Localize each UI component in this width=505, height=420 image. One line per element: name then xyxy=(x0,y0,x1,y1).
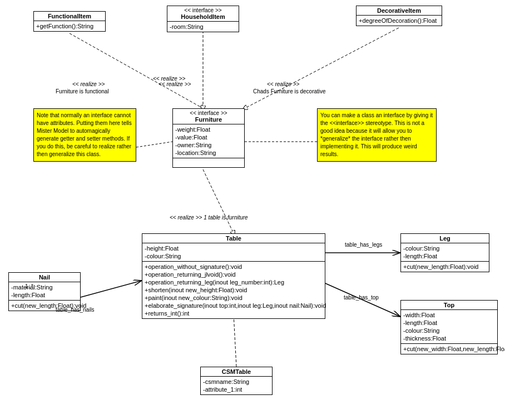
furniture-box: << interface >> Furniture -weight:Float … xyxy=(172,108,245,168)
svg-text:Furniture is functional: Furniture is functional xyxy=(56,88,109,94)
top-attr-1: -width:Float xyxy=(403,311,495,319)
table-header: Table xyxy=(142,234,325,243)
table-attr-1: -height:Float xyxy=(145,244,323,252)
top-box: Top -width:Float -length:Float -colour:S… xyxy=(400,300,498,354)
note-2: You can make a class an interface by giv… xyxy=(317,108,437,162)
furniture-attr-4: -location:String xyxy=(175,149,242,157)
furniture-attr-3: -owner:String xyxy=(175,141,242,149)
furniture-attr-1: -weight:Float xyxy=(175,126,242,133)
svg-line-11 xyxy=(234,314,236,367)
functional-item-header: FunctionalItem xyxy=(34,12,105,21)
csm-table-attr-2: -attribute_1:int xyxy=(203,386,270,393)
furniture-attr-2: -value:Float xyxy=(175,133,242,141)
table-method-6: +elaborate_signature(inout top:int,inout… xyxy=(145,302,323,309)
functional-item-label: FunctionalItem xyxy=(48,13,91,19)
decorative-item-header: DecorativeItem xyxy=(357,6,442,16)
nail-attrs: -material:String -length:Float xyxy=(9,282,80,301)
top-attrs: -width:Float -length:Float -colour:Strin… xyxy=(401,310,497,344)
svg-line-10 xyxy=(81,281,142,297)
decorative-item-box: DecorativeItem +degreeOfDecoration():Flo… xyxy=(356,6,442,26)
table-attr-2: -colour:String xyxy=(145,252,323,260)
table-method-2: +operation_returning_jlvoid():void xyxy=(145,271,323,278)
furniture-attrs: -weight:Float -value:Float -owner:String… xyxy=(173,124,244,158)
csm-table-header: CSMTable xyxy=(201,367,272,377)
svg-line-2 xyxy=(70,33,203,108)
leg-attrs: -colour:String -length:Float xyxy=(401,243,489,262)
svg-text:<< realize >>: << realize >> xyxy=(159,81,191,87)
table-method-4: +shorten(inout new_height:Float):void xyxy=(145,286,323,294)
furniture-stereotype: << interface >> xyxy=(175,110,242,116)
leg-methods: +cut(new_length:Float):void xyxy=(401,262,489,272)
nail-attr-1: -material:String xyxy=(11,283,78,291)
household-item-attrs: -room:String xyxy=(167,22,239,32)
household-item-header: << interface >> HouseholdItem xyxy=(167,6,239,22)
table-attrs: -height:Float -colour:String xyxy=(142,243,325,262)
svg-text:<< realize >> 1 table is furni: << realize >> 1 table is furniture xyxy=(170,214,248,221)
nail-box: Nail -material:String -length:Float +cut… xyxy=(8,272,81,311)
table-method-1: +operation_without_signature():void xyxy=(145,263,323,271)
functional-item-box: FunctionalItem +getFunction():String xyxy=(33,11,106,32)
table-label: Table xyxy=(226,235,241,242)
top-attr-4: -thickness:Float xyxy=(403,334,495,342)
csm-table-attrs: -csmname:String -attribute_1:int xyxy=(201,377,272,394)
leg-label: Leg xyxy=(439,235,450,242)
svg-text:Chads Furniture is decorative: Chads Furniture is decorative xyxy=(253,88,326,94)
note-2-text: You can make a class an interface by giv… xyxy=(320,112,433,157)
table-methods: +operation_without_signature():void +ope… xyxy=(142,262,325,318)
svg-text:<< realize >>: << realize >> xyxy=(72,81,105,87)
functional-item-method-1: +getFunction():String xyxy=(36,22,103,30)
household-item-label: HouseholdItem xyxy=(181,13,225,20)
table-box: Table -height:Float -colour:String +oper… xyxy=(142,233,325,319)
leg-method-1: +cut(new_length:Float):void xyxy=(403,263,487,271)
table-has-top-label: table_has_top xyxy=(344,294,379,301)
leg-box: Leg -colour:String -length:Float +cut(ne… xyxy=(400,233,489,272)
household-item-attr-1: -room:String xyxy=(170,23,236,31)
csm-table-attr-1: -csmname:String xyxy=(203,378,270,386)
svg-line-4 xyxy=(245,28,399,108)
table-has-legs-label: table_has_legs xyxy=(345,242,382,248)
household-item-stereotype: << interface >> xyxy=(170,7,236,13)
svg-text:<< realize >>: << realize >> xyxy=(267,81,300,87)
note-1-text: Note that normally an interface cannot h… xyxy=(37,112,132,157)
leg-attr-1: -colour:String xyxy=(403,244,487,252)
household-item-box: << interface >> HouseholdItem -room:Stri… xyxy=(167,6,239,32)
decorative-item-method-1: +degreeOfDecoration():Float xyxy=(359,17,439,24)
furniture-label: Furniture xyxy=(195,116,222,123)
table-method-5: +paint(inout new_colour:String):void xyxy=(145,294,323,302)
top-method-1: +cut(new_width:Float,new_length:Float):v… xyxy=(403,345,495,353)
top-attr-3: -colour:String xyxy=(403,327,495,334)
decorative-item-label: DecorativeItem xyxy=(377,7,421,14)
table-has-nails-label: table_has_nails xyxy=(56,307,95,313)
functional-item-methods: +getFunction():String xyxy=(34,21,105,31)
diagram-svg: << realize >> << realize >> << realize >… xyxy=(0,0,505,420)
diagram-canvas: << realize >> << realize >> << realize >… xyxy=(0,0,505,420)
svg-text:<< realize >>: << realize >> xyxy=(153,76,186,82)
leg-attr-2: -length:Float xyxy=(403,252,487,260)
note-1: Note that normally an interface cannot h… xyxy=(33,108,136,162)
nail-attr-2: -length:Float xyxy=(11,291,78,299)
top-attr-2: -length:Float xyxy=(403,319,495,327)
top-label: Top xyxy=(444,302,454,308)
furniture-methods xyxy=(173,158,244,167)
nail-header: Nail xyxy=(9,273,80,282)
csm-table-box: CSMTable -csmname:String -attribute_1:in… xyxy=(200,367,273,395)
nail-label: Nail xyxy=(39,274,50,281)
svg-line-6 xyxy=(136,142,172,147)
top-header: Top xyxy=(401,301,497,310)
csm-table-label: CSMTable xyxy=(222,368,251,375)
svg-line-5 xyxy=(203,169,234,233)
leg-header: Leg xyxy=(401,234,489,243)
table-method-3: +operation_returning_leg(inout leg_numbe… xyxy=(145,278,323,286)
furniture-header: << interface >> Furniture xyxy=(173,109,244,124)
decorative-item-methods: +degreeOfDecoration():Float xyxy=(357,16,442,26)
table-method-7: +returns_int():int xyxy=(145,309,323,317)
multiplicity-label: 1..* xyxy=(25,283,33,289)
top-methods: +cut(new_width:Float,new_length:Float):v… xyxy=(401,344,497,354)
